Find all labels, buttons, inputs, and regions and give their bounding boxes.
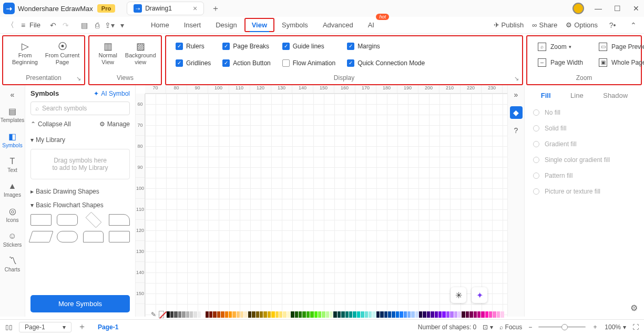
nav-stickers[interactable]: ☺Stickers [0, 228, 25, 251]
whole-page-button[interactable]: ▣Whole Page [599, 58, 644, 67]
background-view-button[interactable]: ▨Background view [124, 43, 157, 66]
color-swatch[interactable] [493, 311, 496, 318]
search-symbols-input[interactable]: ⌕Search symbols [30, 102, 130, 115]
color-swatch[interactable] [454, 311, 457, 318]
color-swatch[interactable] [225, 311, 228, 318]
shape-parallelogram[interactable] [28, 231, 53, 242]
settings-gear-icon[interactable]: ⚙ [630, 303, 638, 313]
ai-assist-button[interactable]: ✳ [451, 287, 466, 303]
color-swatch[interactable] [500, 311, 504, 318]
color-swatch[interactable] [419, 311, 422, 318]
color-swatch[interactable] [380, 311, 383, 318]
popout-icon[interactable]: ↘ [76, 75, 81, 82]
color-swatch[interactable] [275, 311, 279, 318]
ai-symbol-button[interactable]: ✦AI Symbol [94, 90, 130, 97]
color-swatch[interactable] [201, 311, 205, 318]
color-swatch[interactable] [271, 311, 274, 318]
color-swatch[interactable] [353, 311, 356, 318]
more-symbols-button[interactable]: More Symbols [30, 295, 130, 312]
color-swatch[interactable] [318, 311, 321, 318]
color-swatch[interactable] [299, 311, 302, 318]
minimize-button[interactable]: ― [594, 4, 603, 13]
options-button[interactable]: ⚙Options [566, 21, 598, 29]
color-swatch[interactable] [302, 311, 305, 318]
color-swatch[interactable] [237, 311, 240, 318]
color-swatch[interactable] [477, 311, 481, 318]
color-swatch[interactable] [462, 311, 465, 318]
color-swatch[interactable] [372, 311, 375, 318]
color-swatch[interactable] [411, 311, 414, 318]
file-menu[interactable]: File [29, 21, 40, 29]
color-swatch[interactable] [248, 311, 251, 318]
color-swatch[interactable] [361, 311, 364, 318]
menu-insert[interactable]: Insert [177, 18, 209, 32]
color-swatch[interactable] [326, 311, 329, 318]
fill-option[interactable]: No fill [531, 105, 638, 120]
color-swatch[interactable] [283, 311, 286, 318]
menu-design[interactable]: Design [208, 18, 244, 32]
chk-rulers[interactable]: ✓Rulers [176, 43, 211, 50]
menu-advanced[interactable]: Advanced [315, 18, 361, 32]
undo-button[interactable]: ↶ [47, 21, 59, 29]
color-swatch[interactable] [252, 311, 255, 318]
color-swatch[interactable] [469, 311, 473, 318]
chk-flow-animation[interactable]: Flow Animation [282, 59, 335, 67]
export-button[interactable]: ⇪▾ [104, 21, 116, 29]
popout-icon[interactable]: ↘ [514, 75, 519, 82]
color-swatch[interactable] [213, 311, 216, 318]
collapse-ribbon-button[interactable]: ⌃ [627, 21, 640, 29]
chk-quick-connection[interactable]: ✓Quick Connection Mode [347, 59, 425, 67]
user-avatar[interactable] [573, 3, 584, 14]
save-button[interactable]: ▤ [78, 21, 91, 29]
shape-rect[interactable] [30, 214, 52, 226]
section-basic-flowchart[interactable]: ▾ Basic Flowchart Shapes [30, 198, 130, 212]
from-current-page-button[interactable]: ⦿From Current Page [45, 43, 80, 66]
add-page-button[interactable]: ＋ [78, 321, 86, 332]
menu-home[interactable]: Home [144, 18, 177, 32]
collapse-all-button[interactable]: ⌃Collapse All [30, 120, 71, 128]
zoom-value[interactable]: 100% ▾ [605, 323, 626, 331]
color-swatch[interactable] [438, 311, 442, 318]
color-swatch[interactable] [190, 311, 193, 318]
color-swatch[interactable] [167, 311, 170, 318]
zoom-in-button[interactable]: ＋ [592, 322, 598, 331]
color-swatch[interactable] [396, 311, 399, 318]
more-quickaccess[interactable]: ▾ [116, 21, 129, 29]
page-preview-button[interactable]: ▭Page Preview [599, 43, 644, 51]
color-swatch[interactable] [178, 311, 181, 318]
new-tab-button[interactable]: ＋ [211, 3, 220, 14]
focus-button[interactable]: ⌕Focus [499, 323, 523, 331]
color-swatch[interactable] [435, 311, 438, 318]
color-swatch[interactable] [268, 311, 271, 318]
shape-subprocess[interactable] [109, 231, 130, 242]
redo-button[interactable]: ↷ [59, 21, 72, 29]
nav-text[interactable]: TText [0, 154, 25, 176]
color-swatch[interactable] [427, 311, 430, 318]
help-button[interactable]: ?• [606, 21, 619, 29]
nav-symbols[interactable]: ◧Symbols [0, 128, 25, 151]
color-swatch[interactable] [174, 311, 177, 318]
chk-guide-lines[interactable]: ✓Guide lines [282, 43, 335, 50]
color-swatch[interactable] [349, 311, 352, 318]
color-swatch[interactable] [458, 311, 461, 318]
nav-charts[interactable]: 〽Charts [0, 253, 25, 276]
eyedropper-icon[interactable]: ✎ [151, 311, 156, 318]
publish-button[interactable]: ✈Publish [494, 21, 524, 29]
fill-option[interactable]: Picture or texture fill [531, 184, 638, 199]
color-swatch[interactable] [198, 311, 201, 318]
color-swatch[interactable] [330, 311, 333, 318]
zoom-out-button[interactable]: − [528, 323, 532, 331]
fullscreen-button[interactable]: ⛶ [632, 323, 639, 331]
color-swatch[interactable] [244, 311, 247, 318]
color-swatch[interactable] [474, 311, 477, 318]
page-width-button[interactable]: ↔Page Width [538, 58, 583, 67]
color-swatch[interactable] [376, 311, 380, 318]
nav-icons[interactable]: ◎Icons [0, 203, 25, 226]
menu-symbols[interactable]: Symbols [274, 18, 315, 32]
color-swatch[interactable] [415, 311, 418, 318]
color-swatch[interactable] [322, 311, 325, 318]
share-button[interactable]: ∞Share [532, 21, 557, 29]
shape-terminator[interactable] [57, 231, 78, 242]
fit-button[interactable]: ⊡ ▾ [483, 323, 493, 331]
normal-view-button[interactable]: ▥Normal View [94, 43, 122, 66]
